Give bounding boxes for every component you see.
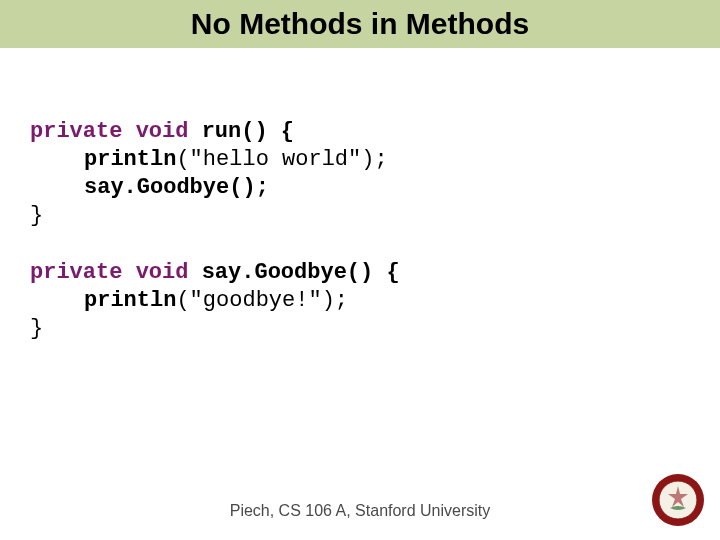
footer-credit: Piech, CS 106 A, Stanford University [0,502,720,520]
code-block-saygoodbye: private void say.Goodbye() { println("go… [30,259,680,343]
code-block-run: private void run() { println("hello worl… [30,118,680,231]
call-println: println [84,288,176,313]
slide-title: No Methods in Methods [191,7,529,41]
keyword-void: void [136,260,189,285]
slide: No Methods in Methods private void run()… [0,0,720,540]
title-band: No Methods in Methods [0,0,720,48]
stanford-seal-icon [650,472,706,528]
keyword-void: void [136,119,189,144]
arg-hello: ("hello world"); [176,147,387,172]
arg-goodbye: ("goodbye!"); [176,288,348,313]
brace-close: } [30,316,43,341]
call-println: println [84,147,176,172]
method-signature-saygoodbye: say.Goodbye() { [202,260,400,285]
method-signature-run: run() { [202,119,294,144]
code-area: private void run() { println("hello worl… [30,118,680,371]
brace-close: } [30,203,43,228]
call-saygoodbye: say.Goodbye(); [84,175,269,200]
keyword-private: private [30,119,122,144]
keyword-private: private [30,260,122,285]
